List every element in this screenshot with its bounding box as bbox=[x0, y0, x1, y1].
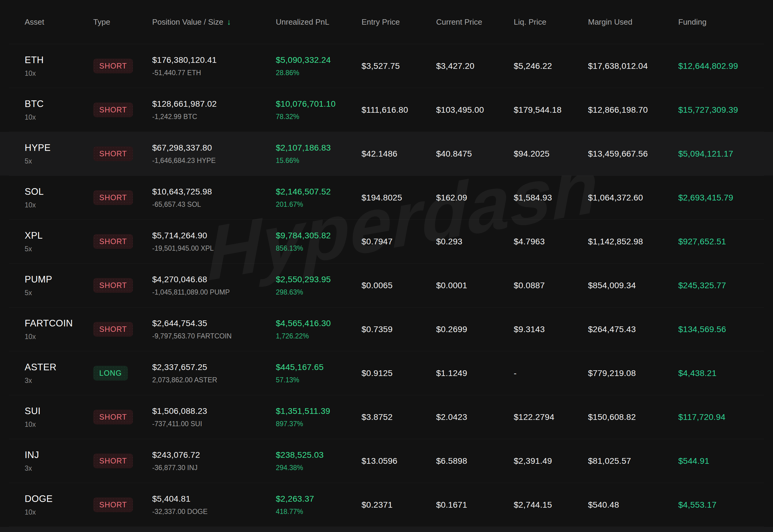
position-type-badge: SHORT bbox=[93, 497, 133, 512]
margin-used-cell: $779,219.08 bbox=[588, 368, 678, 378]
leverage-label: 10x bbox=[25, 420, 93, 429]
current-price: $103,495.00 bbox=[436, 105, 514, 115]
table-row[interactable]: XPL 5x SHORT $5,714,264.90 -19,501,945.0… bbox=[9, 220, 764, 264]
funding-value: $134,569.56 bbox=[678, 325, 764, 334]
column-header-liq-price[interactable]: Liq. Price bbox=[514, 17, 588, 27]
current-price: $2.0423 bbox=[436, 412, 514, 422]
position-value-cell: $5,714,264.90 -19,501,945.00 XPL bbox=[152, 231, 276, 252]
table-row[interactable]: DOGE 10x SHORT $5,404.81 -32,337.00 DOGE… bbox=[9, 483, 764, 527]
margin-used-cell: $81,025.57 bbox=[588, 456, 678, 466]
table-row[interactable]: HYPE 5x SHORT $67,298,337.80 -1,646,684.… bbox=[9, 132, 764, 176]
position-value: $2,337,657.25 bbox=[152, 362, 276, 372]
liq-price-cell: $1,584.93 bbox=[514, 193, 588, 203]
table-row[interactable]: INJ 3x SHORT $243,076.72 -36,877.30 INJ … bbox=[9, 439, 764, 483]
funding-value: $2,693,415.79 bbox=[678, 193, 764, 203]
column-header-current-price[interactable]: Current Price bbox=[436, 17, 514, 27]
asset-cell: DOGE 10x bbox=[25, 494, 93, 516]
entry-price-cell: $13.0596 bbox=[361, 456, 436, 466]
current-price: $40.8475 bbox=[436, 149, 514, 159]
entry-price: $3.8752 bbox=[361, 412, 436, 422]
type-cell: SHORT bbox=[93, 410, 152, 424]
current-price-cell: $162.09 bbox=[436, 193, 514, 203]
current-price-cell: $0.0001 bbox=[436, 281, 514, 290]
funding-value: $4,438.21 bbox=[678, 368, 764, 378]
table-row[interactable]: BTC 10x SHORT $128,661,987.02 -1,242.99 … bbox=[9, 88, 764, 132]
table-row[interactable]: ASTER 3x LONG $2,337,657.25 2,073,862.00… bbox=[9, 351, 764, 395]
margin-used: $1,142,852.98 bbox=[588, 237, 678, 246]
unrealized-pnl-cell: $238,525.03 294.38% bbox=[276, 450, 361, 472]
pnl-percent: 28.86% bbox=[276, 69, 361, 77]
liq-price: $9.3143 bbox=[514, 325, 588, 334]
column-header-type[interactable]: Type bbox=[93, 17, 152, 27]
funding-cell: $15,727,309.39 bbox=[678, 105, 764, 115]
unrealized-pnl: $5,090,332.24 bbox=[276, 55, 361, 65]
funding-value: $5,094,121.17 bbox=[678, 149, 764, 159]
margin-used-cell: $264,475.43 bbox=[588, 325, 678, 334]
unrealized-pnl-cell: $2,107,186.83 15.66% bbox=[276, 143, 361, 165]
asset-name: FARTCOIN bbox=[25, 318, 93, 329]
current-price: $162.09 bbox=[436, 193, 514, 203]
funding-cell: $12,644,802.99 bbox=[678, 61, 764, 71]
column-header-position-value[interactable]: Position Value / Size ↓ bbox=[152, 17, 276, 27]
column-header-label: Entry Price bbox=[361, 17, 400, 27]
pnl-percent: 294.38% bbox=[276, 464, 361, 472]
leverage-label: 3x bbox=[25, 464, 93, 472]
current-price: $6.5898 bbox=[436, 456, 514, 466]
liq-price: $179,544.18 bbox=[514, 105, 588, 115]
pnl-percent: 1,726.22% bbox=[276, 332, 361, 340]
entry-price-cell: $0.9125 bbox=[361, 368, 436, 378]
asset-name: INJ bbox=[25, 450, 93, 460]
entry-price-cell: $42.1486 bbox=[361, 149, 436, 159]
sort-descending-icon[interactable]: ↓ bbox=[227, 18, 231, 26]
position-type-badge: SHORT bbox=[93, 190, 133, 205]
margin-used-cell: $12,866,198.70 bbox=[588, 105, 678, 115]
leverage-label: 10x bbox=[25, 69, 93, 78]
current-price-cell: $0.2699 bbox=[436, 325, 514, 334]
margin-used-cell: $13,459,667.56 bbox=[588, 149, 678, 159]
column-header-label: Margin Used bbox=[588, 17, 632, 27]
column-header-unrealized-pnl[interactable]: Unrealized PnL bbox=[276, 17, 361, 27]
pnl-percent: 298.63% bbox=[276, 288, 361, 296]
table-row[interactable]: SOL 10x SHORT $10,643,725.98 -65,657.43 … bbox=[9, 176, 764, 220]
current-price-cell: $1.1249 bbox=[436, 368, 514, 378]
position-value-cell: $176,380,120.41 -51,440.77 ETH bbox=[152, 55, 276, 77]
table-row[interactable]: ETH 10x SHORT $176,380,120.41 -51,440.77… bbox=[9, 44, 764, 88]
column-header-asset[interactable]: Asset bbox=[25, 17, 93, 27]
table-row[interactable]: FARTCOIN 10x SHORT $2,644,754.35 -9,797,… bbox=[9, 307, 764, 351]
funding-cell: $2,693,415.79 bbox=[678, 193, 764, 203]
position-value: $5,404.81 bbox=[152, 494, 276, 504]
asset-name: ASTER bbox=[25, 362, 93, 373]
partial-next-row bbox=[0, 527, 773, 532]
column-header-margin-used[interactable]: Margin Used bbox=[588, 17, 678, 27]
liq-price: $0.0887 bbox=[514, 281, 588, 290]
pnl-percent: 856.13% bbox=[276, 244, 361, 252]
type-cell: SHORT bbox=[93, 234, 152, 249]
table-body: ETH 10x SHORT $176,380,120.41 -51,440.77… bbox=[9, 44, 764, 527]
table-row[interactable]: SUI 10x SHORT $1,506,088.23 -737,411.00 … bbox=[9, 395, 764, 439]
position-type-badge: LONG bbox=[93, 366, 128, 381]
asset-cell: PUMP 5x bbox=[25, 274, 93, 297]
entry-price-cell: $3,527.75 bbox=[361, 61, 436, 71]
column-header-entry-price[interactable]: Entry Price bbox=[361, 17, 436, 27]
asset-cell: ETH 10x bbox=[25, 55, 93, 78]
position-type-badge: SHORT bbox=[93, 410, 133, 424]
liq-price: $122.2794 bbox=[514, 412, 588, 422]
table-row[interactable]: PUMP 5x SHORT $4,270,046.68 -1,045,811,0… bbox=[9, 264, 764, 307]
current-price: $1.1249 bbox=[436, 368, 514, 378]
unrealized-pnl: $238,525.03 bbox=[276, 450, 361, 460]
type-cell: SHORT bbox=[93, 146, 152, 161]
funding-value: $927,652.51 bbox=[678, 237, 764, 246]
current-price-cell: $0.1671 bbox=[436, 500, 514, 510]
position-size: -51,440.77 ETH bbox=[152, 69, 276, 77]
entry-price-cell: $0.2371 bbox=[361, 500, 436, 510]
funding-cell: $4,438.21 bbox=[678, 368, 764, 378]
entry-price: $111,616.80 bbox=[361, 105, 436, 115]
margin-used: $540.48 bbox=[588, 500, 678, 510]
leverage-label: 5x bbox=[25, 245, 93, 253]
asset-name: XPL bbox=[25, 230, 93, 241]
column-header-funding[interactable]: Funding bbox=[678, 17, 764, 27]
asset-name: BTC bbox=[25, 99, 93, 109]
asset-name: SUI bbox=[25, 406, 93, 417]
position-value-cell: $10,643,725.98 -65,657.43 SOL bbox=[152, 187, 276, 209]
liq-price-cell: $2,391.49 bbox=[514, 456, 588, 466]
